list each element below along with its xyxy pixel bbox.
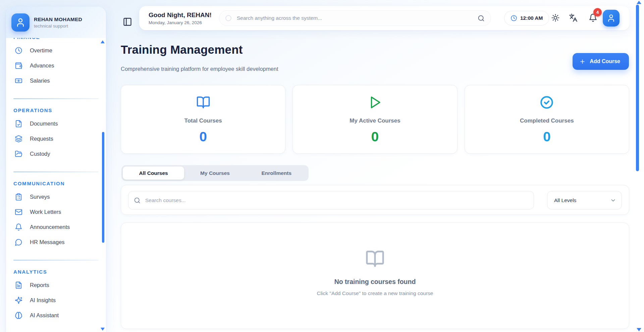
- stats-row: Total Courses 0 My Active Courses 0 Comp…: [121, 85, 629, 154]
- section-header-finance: FINANCE: [13, 38, 99, 41]
- clipboard-list-icon: [15, 193, 22, 201]
- page-title: Training Management: [121, 43, 243, 56]
- sidebar-item-label: Requests: [30, 136, 53, 142]
- sidebar-scrollbar[interactable]: [102, 132, 104, 243]
- course-tabs: All Courses My Courses Enrollments: [121, 165, 309, 181]
- stat-card-total-courses: Total Courses 0: [121, 85, 285, 154]
- sidebar-scroll-up-arrow[interactable]: [101, 40, 105, 43]
- sidebar-item-label: Surveys: [30, 194, 50, 200]
- sidebar-item-ai-insights[interactable]: AI Insights: [13, 295, 99, 305]
- main-content: Training Management Comprehensive traini…: [121, 0, 629, 332]
- stat-label: My Active Courses: [350, 117, 400, 124]
- check-circle-icon: [540, 95, 554, 109]
- book-open-icon: [365, 249, 385, 269]
- message-circle-icon: [15, 238, 22, 246]
- sidebar-item-reports[interactable]: Reports: [13, 280, 99, 290]
- sidebar-item-label: HR Messages: [30, 239, 65, 245]
- wallet-icon: [15, 62, 22, 69]
- stat-value: 0: [371, 129, 379, 145]
- search-icon: [134, 197, 141, 204]
- notification-badge: 4: [593, 8, 602, 16]
- sidebar-item-label: AI Assistant: [30, 312, 59, 319]
- stat-card-active-courses: My Active Courses 0: [292, 85, 457, 154]
- empty-state: No training courses found Click "Add Cou…: [121, 223, 629, 329]
- sidebar-item-salaries[interactable]: Salaries: [13, 76, 99, 86]
- sidebar-divider: [13, 260, 99, 260]
- tab-my-courses[interactable]: My Courses: [184, 167, 246, 180]
- sidebar-item-ai-assistant[interactable]: AI Assistant: [13, 310, 99, 320]
- sidebar-divider: [13, 98, 99, 99]
- sparkles-icon: [15, 296, 22, 304]
- chevron-down-icon: [610, 197, 616, 203]
- add-course-button[interactable]: Add Course: [573, 53, 629, 70]
- user-avatar: [11, 13, 30, 32]
- page-scroll-up-arrow[interactable]: [637, 1, 641, 4]
- layers-icon: [15, 135, 22, 143]
- page-subtitle: Comprehensive training platform for empl…: [121, 66, 278, 72]
- clock-icon: [15, 47, 22, 54]
- sidebar-scroll-down-arrow[interactable]: [101, 328, 105, 331]
- course-search[interactable]: [128, 191, 534, 209]
- stat-label: Total Courses: [184, 117, 222, 124]
- sidebar: REHAN MOHAMED technical support FINANCE …: [6, 7, 106, 332]
- sidebar-item-surveys[interactable]: Surveys: [13, 192, 99, 202]
- filter-bar: All Levels: [121, 185, 629, 215]
- tab-all-courses[interactable]: All Courses: [123, 167, 184, 180]
- page-scroll-down-arrow[interactable]: [637, 328, 641, 331]
- sidebar-item-work-letters[interactable]: Work Letters: [13, 207, 99, 217]
- sidebar-item-documents[interactable]: Documents: [13, 118, 99, 129]
- tab-enrollments[interactable]: Enrollments: [246, 167, 307, 180]
- folder-open-icon: [15, 150, 22, 158]
- sidebar-item-label: Documents: [30, 121, 58, 127]
- sidebar-item-requests[interactable]: Requests: [13, 134, 99, 144]
- add-course-label: Add Course: [590, 58, 620, 64]
- page-scrollbar[interactable]: [636, 5, 639, 171]
- sidebar-item-advances[interactable]: Advances: [13, 60, 99, 70]
- play-icon: [368, 95, 382, 109]
- book-open-icon: [196, 95, 210, 109]
- stat-value: 0: [543, 129, 551, 145]
- sidebar-nav: FINANCE Overtime Advances Salaries OPERA…: [6, 38, 106, 332]
- empty-state-caption: Click "Add Course" to create a new train…: [317, 290, 433, 296]
- sidebar-item-hr-messages[interactable]: HR Messages: [13, 237, 99, 247]
- brain-icon: [15, 312, 22, 319]
- sidebar-item-overtime[interactable]: Overtime: [13, 45, 99, 55]
- sidebar-item-label: Custody: [30, 151, 50, 157]
- sidebar-item-label: Announcements: [30, 224, 70, 230]
- bell-icon: [15, 223, 22, 231]
- banknote-icon: [15, 77, 22, 85]
- section-header-operations: OPERATIONS: [13, 107, 99, 114]
- user-profile[interactable]: REHAN MOHAMED technical support: [6, 7, 106, 38]
- user-name: REHAN MOHAMED: [34, 16, 82, 22]
- empty-state-title: No training courses found: [334, 278, 416, 286]
- sidebar-item-label: Work Letters: [30, 209, 61, 215]
- sidebar-item-label: Salaries: [30, 78, 50, 84]
- user-icon: [15, 17, 25, 28]
- file-check-icon: [15, 120, 22, 128]
- sidebar-item-announcements[interactable]: Announcements: [13, 222, 99, 232]
- sidebar-item-label: Advances: [30, 62, 54, 69]
- sidebar-divider: [13, 172, 99, 172]
- sidebar-item-label: AI Insights: [30, 297, 56, 303]
- mail-icon: [15, 208, 22, 216]
- stat-label: Completed Courses: [520, 117, 574, 124]
- course-search-input[interactable]: [145, 197, 528, 204]
- level-filter-value: All Levels: [554, 197, 576, 203]
- sidebar-item-label: Reports: [30, 282, 49, 288]
- stat-value: 0: [199, 129, 207, 145]
- section-header-communication: COMMUNICATION: [13, 180, 99, 187]
- section-header-analytics: ANALYTICS: [13, 269, 99, 275]
- sidebar-item-custody[interactable]: Custody: [13, 149, 99, 159]
- stat-card-completed-courses: Completed Courses 0: [465, 85, 629, 154]
- file-text-icon: [15, 281, 22, 289]
- level-filter-select[interactable]: All Levels: [547, 191, 622, 209]
- plus-icon: [579, 58, 586, 65]
- user-role: technical support: [34, 23, 82, 29]
- sidebar-item-label: Overtime: [30, 47, 52, 54]
